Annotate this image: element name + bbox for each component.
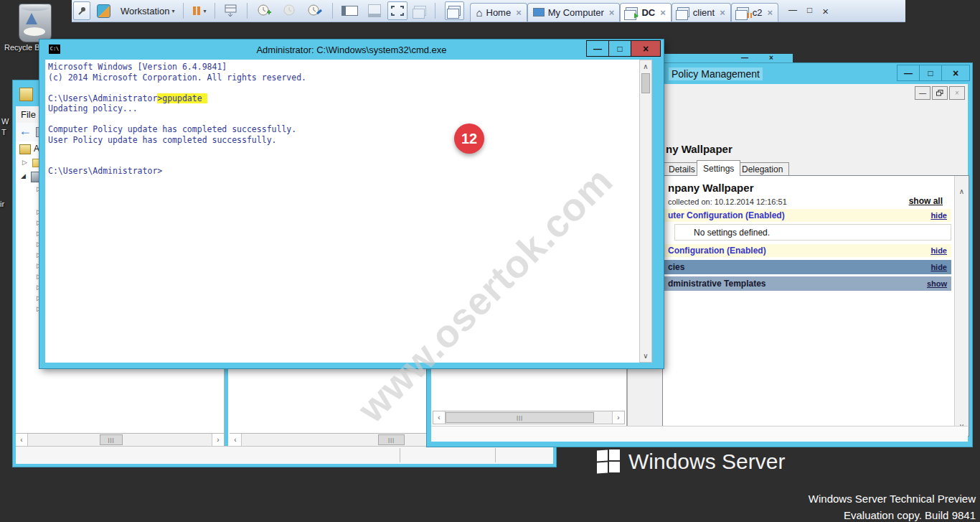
- mdi-minimize-button[interactable]: —: [915, 86, 930, 100]
- windows-server-logo-text: Windows Server: [628, 449, 785, 474]
- tab-label: Delegation: [742, 164, 783, 174]
- mdi-restore-button[interactable]: [932, 86, 948, 100]
- vmware-logo-icon: [93, 1, 114, 20]
- computer-config-section[interactable]: uter Configuration (Enabled) hide: [664, 209, 951, 222]
- pause-icon: [193, 6, 196, 15]
- tab-c2[interactable]: c2 ×: [731, 3, 778, 22]
- panel-left-icon: [341, 6, 358, 16]
- pin-toolbar-button[interactable]: [73, 1, 90, 20]
- policies-section[interactable]: cies hide: [664, 260, 951, 274]
- tab-label: client: [693, 7, 715, 18]
- tab-client[interactable]: client ×: [672, 3, 731, 22]
- tab-details[interactable]: Details: [662, 162, 702, 176]
- close-icon[interactable]: ×: [660, 7, 666, 18]
- tree-hscrollbar[interactable]: ‹ ||| ›: [16, 433, 224, 447]
- close-button[interactable]: ×: [631, 40, 661, 57]
- scrollbar-thumb[interactable]: |||: [446, 412, 594, 423]
- tab-label: DC: [641, 7, 655, 18]
- windows-flag-icon: [609, 449, 620, 460]
- cmd-vscrollbar[interactable]: ∧ ∨: [639, 60, 652, 363]
- mdi-close-button[interactable]: ×: [949, 86, 965, 100]
- file-menu[interactable]: File: [21, 109, 36, 120]
- send-ctrl-alt-del-button[interactable]: [220, 1, 242, 20]
- snapshot-clock-icon: [256, 4, 272, 18]
- scroll-down-icon[interactable]: ∨: [640, 352, 651, 360]
- maximize-button[interactable]: □: [919, 65, 942, 81]
- tab-label: c2: [753, 7, 763, 18]
- close-button[interactable]: ×: [822, 5, 829, 17]
- highlighted-command: >gpupdate: [157, 93, 207, 103]
- cmd-titlebar[interactable]: C:\ Administrator: C:\Windows\system32\c…: [39, 39, 664, 60]
- scrollbar-thumb[interactable]: [641, 73, 650, 93]
- tab-my-computer[interactable]: My Computer ×: [527, 3, 621, 22]
- scroll-left-icon[interactable]: ‹: [433, 411, 446, 424]
- hide-link[interactable]: hide: [930, 211, 947, 220]
- workstation-menu[interactable]: Workstation ▾: [117, 1, 178, 20]
- cmd-icon: C:\: [49, 45, 60, 54]
- revert-snapshot-button[interactable]: [278, 1, 300, 20]
- user-config-section[interactable]: Configuration (Enabled) hide: [664, 244, 951, 257]
- revert-clock-icon: [282, 4, 296, 18]
- no-settings-text: No settings defined.: [694, 228, 770, 238]
- scroll-right-icon[interactable]: ›: [612, 411, 624, 424]
- recycle-bin-icon[interactable]: [19, 4, 52, 42]
- close-icon[interactable]: ×: [516, 7, 522, 18]
- admin-templates-section[interactable]: dministrative Templates show: [664, 276, 951, 291]
- scroll-up-icon[interactable]: ∧: [640, 62, 651, 70]
- snapshot-manager-icon: [306, 4, 324, 18]
- tree-root-icon: [19, 144, 31, 154]
- chevron-down-icon: ▾: [203, 8, 206, 14]
- hide-link[interactable]: hide: [930, 263, 947, 271]
- scrollbar-thumb[interactable]: |||: [100, 434, 123, 445]
- minimize-button[interactable]: —: [897, 65, 920, 81]
- restore-button[interactable]: □: [807, 5, 812, 17]
- scroll-up-icon[interactable]: ∧: [955, 187, 969, 195]
- windows-server-logo: [597, 449, 623, 475]
- back-arrow-icon[interactable]: ←: [19, 123, 32, 139]
- desktop-label-fragment: ir: [0, 200, 4, 208]
- scrollbar-thumb[interactable]: |||: [378, 434, 405, 445]
- minimize-button[interactable]: —: [788, 5, 797, 17]
- fullscreen-button[interactable]: [387, 1, 407, 20]
- tab-dc[interactable]: DC ×: [620, 3, 671, 22]
- close-icon[interactable]: ×: [609, 7, 615, 18]
- tab-home[interactable]: ⌂ Home ×: [470, 3, 527, 22]
- tab-settings[interactable]: Settings: [697, 160, 740, 176]
- scroll-left-icon[interactable]: ‹: [230, 434, 242, 446]
- policy-status-strip: [431, 426, 968, 442]
- tree-expander-icon[interactable]: ▷: [22, 159, 27, 166]
- scroll-right-icon[interactable]: ›: [212, 434, 224, 446]
- pause-icon: [197, 6, 200, 15]
- show-library-button[interactable]: [338, 1, 362, 20]
- tree-expander-icon[interactable]: ◢: [21, 172, 26, 180]
- tab-delegation[interactable]: Delegation: [735, 162, 789, 176]
- hide-link[interactable]: hide: [930, 246, 947, 255]
- show-all-link[interactable]: show all: [909, 196, 943, 206]
- eval-copy-line1: Windows Server Technical Preview: [809, 493, 976, 505]
- take-snapshot-button[interactable]: [253, 1, 275, 20]
- minimize-icon: —: [741, 54, 748, 62]
- close-button[interactable]: ×: [941, 65, 970, 81]
- background-window-fragment: — ×: [664, 54, 793, 64]
- fullscreen-icon: [391, 6, 404, 16]
- vm-paused-icon: [737, 7, 749, 17]
- tab-bar-toggle-button[interactable]: [445, 1, 464, 20]
- show-thumbnail-bar-button[interactable]: [364, 1, 385, 20]
- gpo-heading: ny Wallpaper: [666, 143, 732, 155]
- close-icon[interactable]: ×: [720, 7, 725, 18]
- vm-icon: [677, 7, 689, 17]
- pin-icon: [77, 6, 87, 16]
- report-vscrollbar[interactable]: ∧ ∨: [954, 176, 969, 436]
- maximize-button[interactable]: □: [608, 40, 631, 57]
- minimize-button[interactable]: —: [586, 40, 609, 57]
- show-link[interactable]: show: [927, 279, 947, 288]
- scroll-left-icon[interactable]: ‹: [16, 434, 28, 446]
- windows-stack-icon: [448, 6, 461, 16]
- manage-snapshots-button[interactable]: [303, 1, 327, 20]
- policy-pane-hscrollbar[interactable]: ‹ ||| ›: [433, 411, 625, 424]
- tree-root-label[interactable]: A: [34, 144, 39, 154]
- suspend-vm-button[interactable]: ▾: [189, 1, 209, 20]
- close-icon[interactable]: ×: [767, 7, 773, 18]
- home-icon: ⌂: [476, 6, 482, 19]
- unity-mode-button[interactable]: [410, 1, 430, 20]
